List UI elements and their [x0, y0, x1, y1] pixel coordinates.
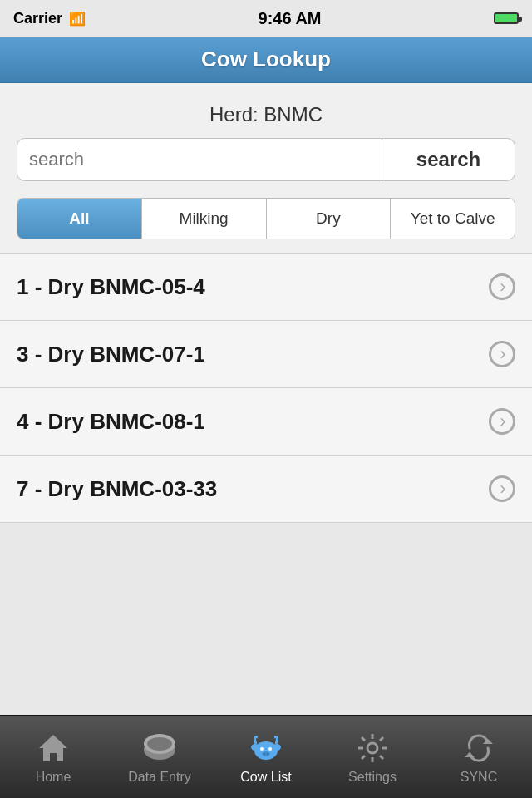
- data-entry-icon: [141, 730, 178, 766]
- status-right: [494, 12, 519, 24]
- svg-line-18: [380, 737, 383, 741]
- tab-home-label: Home: [36, 770, 71, 785]
- cow-name-3: 4 - Dry BNMC-08-1: [17, 409, 205, 435]
- tab-home[interactable]: Home: [0, 716, 106, 798]
- status-left: Carrier 📶: [13, 10, 86, 27]
- chevron-icon-4: [489, 475, 515, 502]
- cow-list-icon: [248, 730, 284, 766]
- tab-settings[interactable]: Settings: [319, 716, 426, 798]
- status-bar: Carrier 📶 9:46 AM: [0, 0, 532, 37]
- home-icon: [35, 730, 71, 766]
- search-row: search: [17, 138, 515, 181]
- svg-point-3: [254, 741, 278, 760]
- settings-icon: [354, 730, 391, 766]
- cow-item-4[interactable]: 7 - Dry BNMC-03-33: [0, 456, 532, 522]
- filter-tab-yet-to-calve[interactable]: Yet to Calve: [391, 199, 515, 239]
- cow-name-2: 3 - Dry BNMC-07-1: [17, 342, 205, 367]
- svg-point-8: [262, 751, 270, 756]
- filter-tab-all[interactable]: All: [17, 199, 142, 239]
- cow-item-1[interactable]: 1 - Dry BNMC-05-4: [0, 254, 532, 320]
- chevron-icon-1: [489, 273, 515, 300]
- svg-point-10: [267, 753, 268, 755]
- main-content: Herd: BNMC search All Milking Dry Yet to…: [0, 83, 532, 523]
- svg-point-4: [251, 744, 259, 751]
- list-divider-bottom: [0, 522, 532, 523]
- wifi-icon: 📶: [69, 11, 86, 27]
- svg-point-9: [264, 753, 265, 755]
- cow-list: 1 - Dry BNMC-05-4 3 - Dry BNMC-07-1 4 - …: [17, 253, 515, 523]
- svg-line-19: [362, 756, 365, 759]
- chevron-icon-2: [489, 341, 515, 367]
- search-button[interactable]: search: [382, 138, 515, 181]
- carrier-label: Carrier: [13, 10, 62, 27]
- tab-data-entry[interactable]: Data Entry: [106, 716, 213, 798]
- filter-tabs: All Milking Dry Yet to Calve: [17, 198, 515, 239]
- filter-tab-milking[interactable]: Milking: [142, 199, 267, 239]
- svg-marker-21: [465, 752, 475, 757]
- svg-point-5: [273, 744, 281, 751]
- svg-point-6: [260, 747, 264, 751]
- svg-line-16: [362, 737, 365, 741]
- svg-marker-20: [483, 739, 493, 744]
- tab-cow-list-label: Cow List: [240, 770, 291, 785]
- svg-point-11: [367, 743, 377, 753]
- tab-bar: Home Data Entry: [0, 715, 532, 798]
- cow-item-2[interactable]: 3 - Dry BNMC-07-1: [0, 321, 532, 387]
- sync-icon: [461, 730, 497, 766]
- cow-name-1: 1 - Dry BNMC-05-4: [17, 274, 205, 300]
- battery-icon: [494, 12, 519, 24]
- cow-name-4: 7 - Dry BNMC-03-33: [17, 476, 217, 502]
- svg-point-7: [268, 747, 272, 751]
- filter-tab-dry[interactable]: Dry: [267, 199, 392, 239]
- tab-sync[interactable]: SYNC: [426, 716, 532, 798]
- herd-label: Herd: BNMC: [17, 100, 515, 126]
- tab-sync-label: SYNC: [461, 770, 497, 785]
- svg-line-17: [380, 756, 383, 759]
- tab-data-entry-label: Data Entry: [128, 770, 191, 785]
- house-shape: [39, 735, 67, 761]
- chevron-icon-3: [489, 408, 515, 435]
- search-input[interactable]: [17, 138, 382, 181]
- page-title: Cow Lookup: [201, 47, 331, 72]
- nav-bar: Cow Lookup: [0, 37, 532, 83]
- tab-settings-label: Settings: [348, 770, 397, 785]
- svg-point-2: [147, 737, 172, 751]
- tab-cow-list[interactable]: Cow List: [213, 716, 319, 798]
- cow-item-3[interactable]: 4 - Dry BNMC-08-1: [0, 388, 532, 455]
- status-time: 9:46 AM: [259, 9, 322, 28]
